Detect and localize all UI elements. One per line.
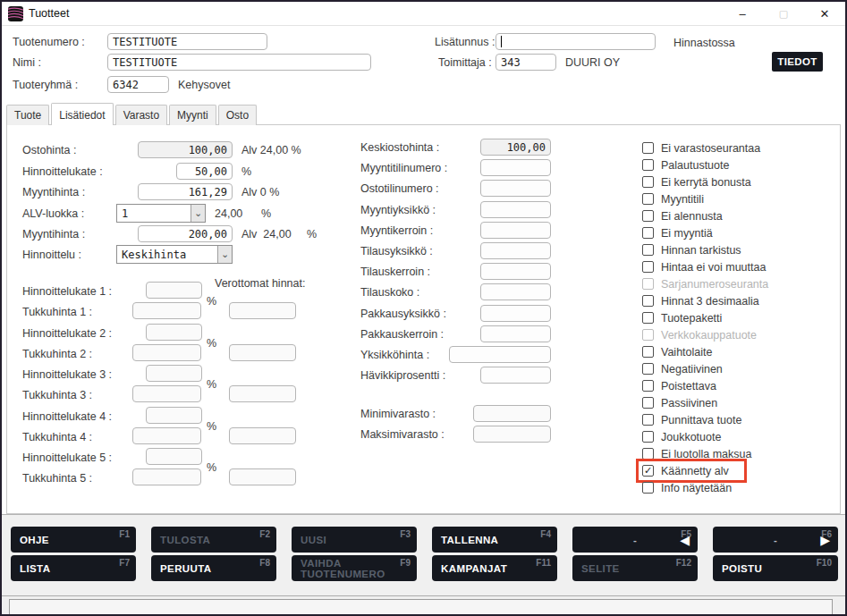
toimittaja-input[interactable] bbox=[495, 54, 556, 71]
footer-button[interactable]: LISTA F7 bbox=[11, 555, 136, 581]
checkbox[interactable] bbox=[642, 244, 654, 256]
checkbox[interactable]: ✓ bbox=[642, 465, 654, 477]
detail-input[interactable] bbox=[480, 305, 551, 322]
kate-input[interactable] bbox=[146, 365, 202, 382]
checkbox-row[interactable]: Negatiivinen bbox=[639, 360, 725, 377]
checkbox[interactable] bbox=[642, 346, 654, 358]
alv-luokka-select[interactable]: 1 ⌄ bbox=[116, 204, 206, 223]
tukku-input[interactable] bbox=[132, 385, 201, 402]
veroton-input[interactable] bbox=[229, 344, 296, 361]
kate-input[interactable] bbox=[146, 324, 202, 341]
detail-input[interactable] bbox=[480, 325, 551, 342]
hinnoittelu-select[interactable]: Keskihinta ⌄ bbox=[116, 245, 233, 264]
maximize-button[interactable]: ▢ bbox=[763, 2, 804, 26]
checkbox-row[interactable]: Tuotepaketti bbox=[639, 309, 724, 326]
kate-input[interactable] bbox=[146, 407, 202, 424]
minimize-button[interactable]: – bbox=[722, 2, 763, 26]
footer-button[interactable]: SELITE F12 bbox=[572, 555, 698, 581]
footer-button[interactable]: - F5 ◀ bbox=[572, 527, 698, 553]
checkbox-row[interactable]: Ei luotolla maksua bbox=[639, 445, 754, 462]
checkbox-row[interactable]: Ei alennusta bbox=[639, 207, 725, 224]
checkbox[interactable] bbox=[642, 210, 654, 222]
detail-input[interactable] bbox=[480, 367, 551, 384]
myyntihinta2-input[interactable] bbox=[138, 225, 233, 242]
checkbox[interactable] bbox=[642, 414, 654, 426]
checkbox-row[interactable]: Passiivinen bbox=[639, 394, 720, 411]
detail-input[interactable] bbox=[480, 263, 551, 280]
tab[interactable]: Lisätiedot bbox=[51, 103, 113, 125]
checkbox-row[interactable]: Ei myyntiä bbox=[639, 224, 716, 241]
detail-input[interactable] bbox=[473, 426, 551, 443]
checkbox-row[interactable]: Hinnan tarkistus bbox=[639, 241, 744, 258]
checkbox[interactable] bbox=[642, 295, 654, 307]
checkbox-row[interactable]: ✓ Käännetty alv bbox=[639, 462, 743, 479]
tab[interactable]: Myynti bbox=[169, 105, 216, 125]
detail-input[interactable] bbox=[480, 283, 551, 300]
checkbox[interactable] bbox=[642, 159, 654, 171]
veroton-input[interactable] bbox=[229, 302, 296, 319]
checkbox[interactable] bbox=[642, 482, 654, 494]
veroton-input[interactable] bbox=[229, 427, 296, 444]
tuoteryhma-input[interactable] bbox=[107, 76, 169, 93]
kate-input[interactable] bbox=[146, 448, 202, 465]
footer-button[interactable]: OHJE F1 bbox=[11, 527, 136, 553]
tukku-input[interactable] bbox=[132, 427, 201, 444]
detail-input[interactable] bbox=[480, 180, 551, 197]
checkbox-row[interactable]: Joukkotuote bbox=[639, 428, 724, 445]
checkbox-row[interactable]: Hinnat 3 desimaalia bbox=[639, 292, 762, 309]
checkbox[interactable] bbox=[642, 193, 654, 205]
checkbox[interactable] bbox=[642, 448, 654, 460]
tukku-input[interactable] bbox=[132, 468, 201, 485]
tab[interactable]: Tuote bbox=[6, 105, 49, 125]
checkbox-row[interactable]: Myyntitili bbox=[639, 190, 707, 207]
footer-button[interactable]: POISTU F10 bbox=[713, 555, 838, 581]
footer-button[interactable]: UUSI F3 bbox=[292, 527, 417, 553]
checkbox-row[interactable]: Sarjanumeroseuranta bbox=[639, 275, 771, 292]
tab[interactable]: Osto bbox=[218, 105, 257, 125]
kate-input[interactable] bbox=[146, 282, 202, 299]
detail-input[interactable] bbox=[480, 159, 551, 176]
tukku-input[interactable] bbox=[132, 344, 201, 361]
checkbox-row[interactable]: Info näytetään bbox=[639, 479, 734, 496]
detail-input[interactable] bbox=[480, 201, 551, 218]
nimi-input[interactable] bbox=[107, 54, 371, 71]
tab[interactable]: Varasto bbox=[115, 105, 167, 125]
checkbox[interactable] bbox=[642, 261, 654, 273]
tukku-input[interactable] bbox=[132, 302, 201, 319]
hinnoittelukate-input[interactable] bbox=[176, 163, 233, 180]
detail-input[interactable] bbox=[449, 346, 551, 363]
checkbox-row[interactable]: Ei kerrytä bonusta bbox=[639, 173, 754, 190]
checkbox[interactable] bbox=[642, 227, 654, 239]
footer-button[interactable]: PERUUTA F8 bbox=[151, 555, 276, 581]
checkbox-row[interactable]: Punnittava tuote bbox=[639, 411, 744, 428]
footer-button[interactable]: TALLENNA F4 bbox=[432, 527, 557, 553]
checkbox[interactable] bbox=[642, 142, 654, 154]
lisatunnus-input[interactable] bbox=[495, 33, 656, 50]
veroton-input[interactable] bbox=[229, 385, 296, 402]
footer-button[interactable]: VAIHDA TUOTENUMERO F9 bbox=[292, 555, 417, 581]
checkbox-row[interactable]: Poistettava bbox=[639, 377, 719, 394]
checkbox-row[interactable]: Ei varastoseurantaa bbox=[639, 139, 763, 156]
detail-input[interactable] bbox=[480, 242, 551, 259]
detail-input[interactable] bbox=[480, 139, 551, 156]
veroton-input[interactable] bbox=[229, 468, 296, 485]
footer-button[interactable]: - F6 ▶ bbox=[713, 527, 838, 553]
chevron-down-icon[interactable]: ⌄ bbox=[191, 205, 205, 222]
checkbox[interactable] bbox=[642, 397, 654, 409]
detail-input[interactable] bbox=[480, 222, 551, 239]
tiedot-button[interactable]: TIEDOT bbox=[772, 52, 823, 72]
checkbox-row[interactable]: Palautustuote bbox=[639, 156, 732, 173]
chevron-down-icon[interactable]: ⌄ bbox=[217, 246, 232, 263]
footer-button[interactable]: KAMPANJAT F11 bbox=[432, 555, 557, 581]
myyntihinta1-input[interactable] bbox=[138, 183, 233, 200]
checkbox[interactable] bbox=[642, 329, 654, 341]
close-button[interactable]: ✕ bbox=[804, 2, 845, 26]
checkbox[interactable] bbox=[642, 176, 654, 188]
checkbox-row[interactable]: Verkkokauppatuote bbox=[639, 326, 759, 343]
footer-button[interactable]: TULOSTA F2 bbox=[151, 527, 276, 553]
ostohinta-input[interactable] bbox=[138, 141, 233, 158]
checkbox-row[interactable]: Vaihtolaite bbox=[639, 343, 715, 360]
checkbox[interactable] bbox=[642, 312, 654, 324]
checkbox[interactable] bbox=[642, 363, 654, 375]
checkbox[interactable] bbox=[642, 278, 654, 290]
